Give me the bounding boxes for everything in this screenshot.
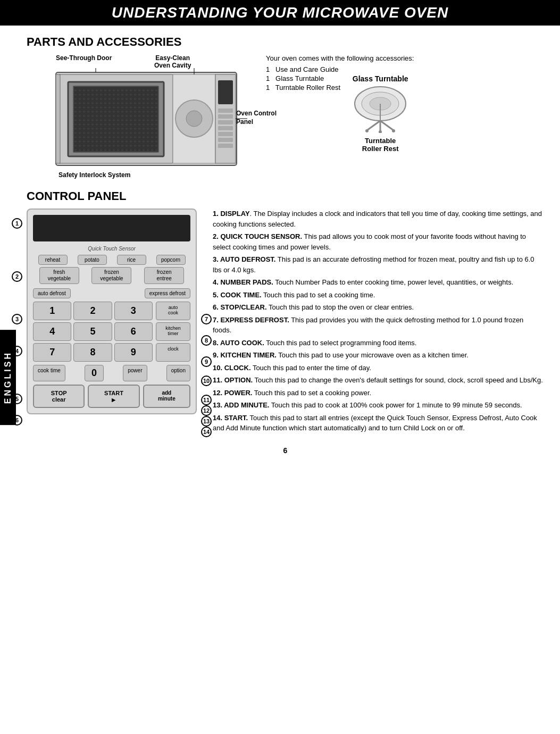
svg-rect-12 xyxy=(218,80,233,104)
accessories-intro: Your oven comes with the following acces… xyxy=(266,54,544,62)
desc-13: 13. ADD MINUTE. Touch this pad to cook a… xyxy=(213,400,544,411)
control-panel-diagram: Quick Touch Sensor reheat potato rice po… xyxy=(27,208,197,436)
num1-button[interactable]: 1 xyxy=(33,302,71,320)
add-minute-button[interactable]: add minute xyxy=(143,385,190,408)
svg-rect-5 xyxy=(73,86,158,152)
circle-8: 8 xyxy=(201,335,212,346)
num6-button[interactable]: 6 xyxy=(114,322,153,341)
parts-section-title: PARTS AND ACCESSORIES xyxy=(27,35,544,49)
desc-8: 8. AUTO COOK. Touch this pad to select p… xyxy=(213,338,544,348)
desc-9: 9. KITCHEN TIMER. Touch this pad to use … xyxy=(213,350,544,361)
svg-point-31 xyxy=(379,130,382,133)
kitchen-timer-button[interactable]: kitchen timer xyxy=(156,322,190,341)
svg-rect-16 xyxy=(218,126,233,130)
cp-display xyxy=(33,215,190,241)
label-see-through-door: See-Through Door xyxy=(56,54,112,62)
cp-sensor-row1: reheat potato rice popcorn xyxy=(33,255,190,265)
num0-button[interactable]: 0 xyxy=(85,365,104,381)
frozen-entree-button[interactable]: frozen entree xyxy=(144,267,184,284)
page-footer: 6 xyxy=(27,446,544,455)
control-panel-box: Quick Touch Sensor reheat potato rice po… xyxy=(27,208,197,414)
power-button[interactable]: power xyxy=(123,365,147,381)
num2-button[interactable]: 2 xyxy=(73,302,112,320)
control-descriptions: 1. DISPLAY. The Display includes a clock… xyxy=(213,208,544,436)
page-header: UNDERSTANDING YOUR MICROWAVE OVEN xyxy=(0,0,560,26)
stop-clear-button[interactable]: STOP clear xyxy=(33,385,85,408)
num4-button[interactable]: 4 xyxy=(33,322,71,341)
express-defrost-button[interactable]: express defrost xyxy=(145,288,190,298)
accessory-3: 1 Turntable Roller Rest xyxy=(266,84,340,91)
num3-button[interactable]: 3 xyxy=(114,302,153,320)
svg-line-27 xyxy=(367,121,380,130)
circle-14: 14 xyxy=(201,427,212,437)
desc-4: 4. NUMBER PADS. Touch Number Pads to ent… xyxy=(213,277,544,288)
num7-button[interactable]: 7 xyxy=(33,343,71,362)
fresh-vegetable-button[interactable]: fresh vegetable xyxy=(39,267,79,284)
desc-14: 14. START. Touch this pad to start all e… xyxy=(213,413,544,433)
circle-3: 3 xyxy=(12,314,22,324)
svg-point-32 xyxy=(392,129,395,132)
page-number: 6 xyxy=(283,446,288,455)
num8-button[interactable]: 8 xyxy=(73,343,112,362)
cp-numpad-area: 1 2 3 4 5 6 7 8 9 auto cook kitche xyxy=(33,302,190,362)
desc-10: 10. CLOCK. Touch this pad to enter the t… xyxy=(213,363,544,373)
desc-11: 11. OPTION. Touch this pad to change the… xyxy=(213,375,544,386)
label-oven-control-panel: Oven ControlPanel xyxy=(236,110,277,126)
cp-bottom-row: cook time 0 power option xyxy=(33,365,190,381)
desc-7: 7. EXPRESS DEFROST. This pad provides yo… xyxy=(213,315,544,336)
svg-line-29 xyxy=(380,121,394,130)
english-tab: ENGLISH xyxy=(0,330,16,425)
label-safety-interlock: Safety Interlock System xyxy=(58,171,130,179)
circle-1: 1 xyxy=(12,218,22,229)
desc-12: 12. POWER. Touch this pad to set a cooki… xyxy=(213,388,544,398)
reheat-button[interactable]: reheat xyxy=(38,255,68,265)
svg-rect-18 xyxy=(218,138,233,142)
cp-sensor-row2: fresh vegetable frozen vegetable frozen … xyxy=(33,267,190,284)
svg-rect-13 xyxy=(218,109,233,113)
turntable-roller-label: TurntableRoller Rest xyxy=(351,137,409,153)
svg-rect-17 xyxy=(218,132,233,136)
circle-2: 2 xyxy=(12,271,22,282)
auto-cook-button[interactable]: auto cook xyxy=(156,302,190,320)
popcorn-button[interactable]: popcorn xyxy=(156,255,186,265)
parts-diagram-area: See-Through Door Easy-CleanOven Cavity xyxy=(27,54,250,179)
circle-9: 9 xyxy=(201,356,212,367)
cp-defrost-row: auto defrost express defrost xyxy=(33,288,190,298)
cook-time-button[interactable]: cook time xyxy=(33,365,65,381)
auto-defrost-button[interactable]: auto defrost xyxy=(33,288,71,298)
control-panel-section: Quick Touch Sensor reheat potato rice po… xyxy=(27,208,544,436)
control-panel-title: CONTROL PANEL xyxy=(27,189,544,203)
svg-rect-19 xyxy=(218,144,233,148)
rice-button[interactable]: rice xyxy=(117,255,146,265)
desc-5: 5. COOK TIME. Touch this pad to set a co… xyxy=(213,290,544,301)
circle-10: 10 xyxy=(201,376,212,386)
potato-button[interactable]: potato xyxy=(78,255,107,265)
circle-7: 7 xyxy=(201,314,212,324)
number-pad: 1 2 3 4 5 6 7 8 9 xyxy=(33,302,153,362)
start-button[interactable]: START▶ xyxy=(88,385,139,408)
desc-3: 3. AUTO DEFROST. This pad is an accurate… xyxy=(213,254,544,275)
glass-turntable-image xyxy=(351,85,409,133)
cp-right-buttons: auto cook kitchen timer clock xyxy=(156,302,190,362)
desc-1: 1. DISPLAY. The Display includes a clock… xyxy=(213,208,544,229)
clock-button[interactable]: clock xyxy=(156,343,190,362)
desc-6: 6. STOP/CLEAR. Touch this pad to stop th… xyxy=(213,302,544,313)
svg-rect-20 xyxy=(56,74,60,163)
frozen-vegetable-button[interactable]: frozen vegetable xyxy=(91,267,131,284)
svg-rect-15 xyxy=(218,120,233,124)
num9-button[interactable]: 9 xyxy=(114,343,153,362)
page-title: UNDERSTANDING YOUR MICROWAVE OVEN xyxy=(0,4,560,21)
parts-section: See-Through Door Easy-CleanOven Cavity xyxy=(27,54,544,179)
svg-rect-14 xyxy=(218,114,233,119)
circle-12: 12 xyxy=(201,405,212,416)
cp-qts-label: Quick Touch Sensor xyxy=(33,246,190,252)
num5-button[interactable]: 5 xyxy=(73,322,112,341)
glass-turntable-label: Glass Turntable xyxy=(351,74,409,83)
circle-13: 13 xyxy=(201,416,212,427)
svg-point-10 xyxy=(186,111,202,127)
parts-accessories: Your oven comes with the following acces… xyxy=(266,54,544,179)
accessory-2: 1 Glass Turntable xyxy=(266,74,340,82)
circle-11: 11 xyxy=(201,395,212,405)
option-button[interactable]: option xyxy=(166,365,190,381)
svg-point-30 xyxy=(365,129,369,132)
